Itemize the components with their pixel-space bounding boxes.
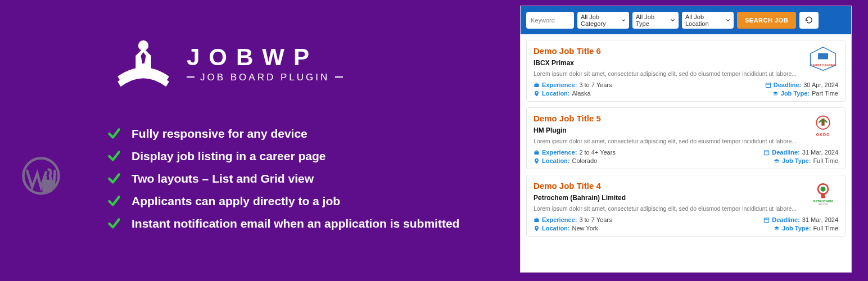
category-select[interactable]: All Job Category [577, 12, 629, 29]
job-title: Demo Job Title 6 [534, 46, 838, 56]
job-meta: Experience: 3 to 7 Years Location: Alask… [534, 81, 838, 97]
job-desc: Lorem ipsum dolor sit amet, consectetur … [534, 138, 838, 144]
company-logo: OKDO [808, 114, 838, 138]
svg-text:CARPET CLEANING: CARPET CLEANING [811, 64, 835, 67]
svg-rect-6 [536, 83, 537, 84]
left-hero: JOBWP JOB BOARD PLUGIN Fully responsive … [0, 0, 517, 281]
svg-rect-2 [44, 176, 46, 181]
svg-rect-16 [765, 151, 769, 155]
svg-rect-1 [42, 179, 52, 192]
jobtype-value: Full Time [813, 157, 838, 164]
keyword-placeholder: Keyword [531, 17, 555, 24]
job-card[interactable]: Demo Job Title 4 Petrochem (Bahrain) Lim… [526, 175, 846, 237]
deadline-value: 30 Apr, 2024 [803, 81, 838, 88]
svg-rect-11 [818, 53, 828, 59]
briefcase-icon [534, 82, 540, 88]
jobtype-select-label: All Job Type [636, 13, 667, 27]
job-meta: Experience: 2 to 4+ Years Location: Colo… [534, 149, 838, 164]
keyword-input[interactable]: Keyword [526, 12, 574, 29]
wordpress-icon [20, 155, 62, 197]
job-card[interactable]: Demo Job Title 6 IBCX Primax Lorem ipsum… [526, 40, 846, 102]
search-bar: Keyword All Job Category All Job Type Al… [521, 6, 851, 34]
svg-text:G R O U P: G R O U P [818, 203, 828, 206]
experience-value: 3 to 7 Years [579, 81, 612, 88]
svg-point-27 [821, 186, 826, 191]
feature-text: Display job listing in a career page [132, 149, 326, 163]
experience-value: 3 to 7 Years [579, 216, 612, 223]
deadline-value: 31 Mar, 2024 [802, 216, 838, 223]
deadline-label: Deadline: [774, 81, 802, 88]
check-icon [107, 149, 121, 164]
job-company: IBCX Primax [534, 59, 838, 67]
location-value: Alaska [572, 90, 591, 97]
location-label: Location: [542, 225, 570, 232]
feature-text: Applicants can apply directly to a job [132, 194, 340, 208]
chevron-down-icon [670, 17, 675, 23]
svg-text:PETROCHEM: PETROCHEM [813, 199, 833, 202]
refresh-icon [805, 16, 813, 24]
deadline-label: Deadline: [772, 216, 800, 223]
feature-item: Fully responsive for any device [107, 126, 459, 141]
check-icon [107, 216, 121, 231]
company-logo: PETROCHEM G R O U P [808, 181, 838, 206]
jobtype-value: Full Time [813, 225, 838, 232]
jobtype-label: Job Type: [782, 225, 811, 232]
logo-text-group: JOBWP JOB BOARD PLUGIN [187, 44, 343, 83]
svg-rect-28 [821, 193, 825, 198]
svg-rect-14 [536, 151, 537, 152]
location-icon [534, 90, 540, 97]
job-desc: Lorem ipsum dolor sit amet, consectetur … [534, 70, 838, 77]
job-listing: Demo Job Title 6 IBCX Primax Lorem ipsum… [521, 34, 851, 237]
feature-item: Applicants can apply directly to a job [107, 194, 459, 209]
feature-item: Display job listing in a career page [107, 149, 459, 164]
job-company: Petrochem (Bahrain) Limited [534, 194, 838, 202]
location-select-label: All Job Location [685, 13, 722, 27]
feature-item: Two layouts – List and Grid view [107, 171, 459, 186]
svg-point-15 [536, 159, 537, 161]
location-select[interactable]: All Job Location [682, 12, 734, 29]
logo-icon [112, 33, 174, 94]
job-desc: Lorem ipsum dolor sit amet, consectetur … [534, 205, 838, 212]
brand-title: JOBWP [187, 44, 343, 71]
deadline-label: Deadline: [772, 149, 800, 156]
gradcap-icon [774, 225, 780, 232]
chevron-down-icon [726, 17, 730, 23]
feature-item: Instant notification email when an appli… [107, 216, 459, 231]
search-job-button[interactable]: SEARCH JOB [737, 12, 796, 29]
location-icon [534, 158, 540, 164]
job-card[interactable]: Demo Job Title 5 HM Plugin Lorem ipsum d… [526, 107, 846, 169]
brand-subtitle-wrap: JOB BOARD PLUGIN [187, 71, 343, 83]
calendar-icon [763, 217, 770, 223]
job-meta: Experience: 3 to 7 Years Location: New Y… [534, 216, 838, 232]
company-logo: CARPET CLEANING [808, 46, 838, 71]
calendar-icon [763, 149, 770, 156]
feature-text: Two layouts – List and Grid view [132, 172, 314, 185]
svg-rect-8 [766, 83, 770, 88]
search-job-button-label: SEARCH JOB [745, 17, 788, 24]
gradcap-icon [772, 90, 779, 97]
calendar-icon [765, 82, 771, 88]
briefcase-icon [534, 149, 540, 156]
jobtype-select[interactable]: All Job Type [632, 12, 679, 29]
chevron-down-icon [621, 17, 626, 23]
svg-rect-3 [49, 176, 51, 181]
svg-text:OKDO: OKDO [816, 132, 830, 137]
location-label: Location: [542, 90, 570, 97]
job-company: HM Plugin [534, 126, 838, 134]
logo-block: JOBWP JOB BOARD PLUGIN [112, 33, 343, 94]
check-icon [107, 194, 121, 209]
location-icon [534, 225, 540, 232]
gradcap-icon [774, 158, 780, 164]
experience-label: Experience: [542, 216, 577, 223]
experience-label: Experience: [542, 81, 577, 88]
svg-rect-19 [821, 119, 824, 126]
jobtype-value: Part Time [812, 90, 838, 97]
job-title: Demo Job Title 4 [534, 181, 838, 191]
svg-point-23 [536, 226, 537, 228]
svg-rect-22 [536, 218, 537, 219]
svg-rect-24 [765, 218, 769, 223]
reset-button[interactable] [799, 12, 819, 29]
svg-point-7 [536, 92, 537, 93]
feature-text: Fully responsive for any device [132, 127, 308, 140]
experience-label: Experience: [542, 149, 577, 156]
